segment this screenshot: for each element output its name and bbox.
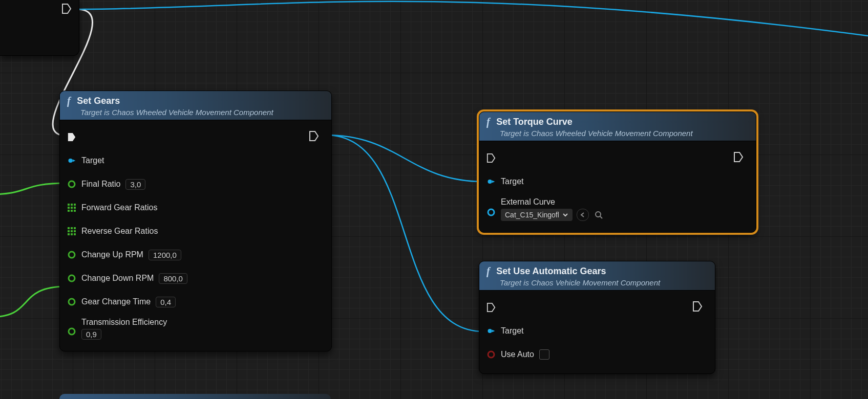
node-set-torque-curve[interactable]: f Set Torque Curve Target is Chaos Wheel… — [479, 112, 756, 233]
pin-label: Reverse Gear Ratios — [81, 227, 158, 236]
exec-in-pin[interactable] — [486, 153, 496, 163]
svg-rect-17 — [68, 233, 70, 235]
pin-target[interactable]: Target — [486, 170, 749, 193]
float-pin-icon — [67, 180, 76, 189]
object-pin-icon — [67, 156, 76, 165]
svg-rect-16 — [74, 230, 76, 232]
node-title: Set Use Automatic Gears — [496, 266, 606, 276]
svg-rect-13 — [74, 227, 76, 229]
pin-final-ratio[interactable]: Final Ratio 3,0 — [67, 172, 324, 196]
pin-target[interactable]: Target — [486, 319, 708, 343]
pin-use-auto[interactable]: Use Auto — [486, 343, 708, 366]
pin-label: Final Ratio — [81, 180, 120, 189]
exec-out-pin[interactable] — [61, 3, 72, 16]
svg-point-1 — [69, 181, 75, 187]
pin-value-input[interactable]: 1200,0 — [149, 250, 181, 260]
float-pin-icon — [67, 297, 76, 306]
svg-line-27 — [600, 216, 602, 218]
exec-in-pin[interactable] — [67, 132, 76, 142]
pin-target[interactable]: Target — [67, 149, 324, 172]
svg-point-26 — [596, 212, 601, 217]
pin-label: Gear Change Time — [81, 297, 151, 306]
svg-rect-15 — [71, 230, 73, 232]
node-subtitle: Target is Chaos Vehicle Movement Compone… — [486, 278, 708, 287]
svg-point-25 — [488, 209, 494, 215]
node-header[interactable]: f Set Torque Curve Target is Chaos Wheel… — [479, 112, 756, 141]
offscreen-node-header-fragment[interactable] — [59, 394, 331, 399]
pin-external-curve[interactable]: External Curve Cat_C15_Kingofl — [486, 193, 749, 225]
node-header[interactable]: f Set Gears Target is Chaos Wheeled Vehi… — [60, 91, 331, 120]
node-body: Target Use Auto — [479, 291, 715, 373]
svg-point-21 — [69, 275, 75, 281]
bool-checkbox[interactable] — [539, 349, 549, 360]
svg-rect-14 — [68, 230, 70, 232]
node-set-gears[interactable]: f Set Gears Target is Chaos Wheeled Vehi… — [59, 91, 332, 351]
svg-rect-11 — [68, 227, 70, 229]
search-icon — [595, 211, 603, 219]
pin-label: Use Auto — [501, 350, 534, 359]
pin-value-input[interactable]: 0,4 — [156, 297, 176, 307]
svg-rect-12 — [71, 227, 73, 229]
asset-picker-value: Cat_C15_Kingofl — [505, 211, 559, 219]
arrow-left-icon — [580, 212, 586, 218]
svg-point-28 — [488, 329, 492, 333]
exec-out-pin[interactable] — [692, 301, 703, 314]
pin-label: Target — [501, 326, 523, 336]
svg-rect-6 — [71, 207, 73, 209]
svg-rect-3 — [71, 204, 73, 206]
use-selected-asset-button[interactable] — [577, 209, 589, 221]
pin-value-input[interactable]: 0,9 — [81, 329, 101, 340]
svg-point-23 — [69, 328, 75, 335]
array-pin-icon — [67, 227, 76, 236]
node-subtitle: Target is Chaos Wheeled Vehicle Movement… — [486, 129, 749, 138]
svg-rect-18 — [71, 233, 73, 235]
array-pin-icon — [67, 203, 76, 212]
pin-label: Target — [501, 177, 523, 186]
node-body: Target Final Ratio 3,0 Forward Gear Rati… — [60, 120, 331, 351]
pin-value-input[interactable]: 3,0 — [125, 179, 145, 190]
pin-transmission-efficiency[interactable]: Transmission Efficiency 0,9 — [67, 314, 324, 344]
svg-rect-9 — [71, 210, 73, 212]
svg-rect-19 — [74, 233, 76, 235]
float-pin-icon — [67, 250, 76, 259]
svg-point-22 — [69, 299, 75, 305]
pin-label: Change Up RPM — [81, 250, 143, 259]
pin-change-down-rpm[interactable]: Change Down RPM 800,0 — [67, 267, 324, 290]
browse-to-asset-button[interactable] — [593, 209, 604, 220]
node-set-use-automatic-gears[interactable]: f Set Use Automatic Gears Target is Chao… — [479, 261, 715, 374]
node-title: Set Torque Curve — [496, 117, 573, 127]
svg-rect-2 — [68, 204, 70, 206]
pin-value-input[interactable]: 800,0 — [159, 273, 187, 284]
pin-change-up-rpm[interactable]: Change Up RPM 1200,0 — [67, 243, 324, 267]
exec-row — [67, 125, 324, 149]
svg-rect-5 — [68, 207, 70, 209]
asset-picker-dropdown[interactable]: Cat_C15_Kingofl — [501, 209, 573, 221]
function-icon: f — [67, 95, 71, 106]
svg-rect-4 — [74, 204, 76, 206]
float-pin-icon — [67, 274, 76, 283]
pin-gear-change-time[interactable]: Gear Change Time 0,4 — [67, 290, 324, 314]
offscreen-node-fragment[interactable] — [0, 0, 79, 56]
function-icon: f — [486, 116, 490, 127]
exec-out-pin[interactable] — [309, 130, 319, 144]
pin-reverse-gear-ratios[interactable]: Reverse Gear Ratios — [67, 219, 324, 243]
svg-rect-10 — [74, 210, 76, 212]
node-title: Set Gears — [77, 96, 120, 106]
exec-in-pin[interactable] — [486, 303, 496, 312]
chevron-down-icon — [562, 212, 568, 218]
exec-row — [486, 146, 749, 170]
node-header[interactable]: f Set Use Automatic Gears Target is Chao… — [479, 261, 715, 291]
object-pin-icon — [486, 177, 496, 186]
pin-label: Change Down RPM — [81, 274, 154, 283]
function-icon: f — [486, 265, 490, 277]
node-subtitle: Target is Chaos Wheeled Vehicle Movement… — [67, 108, 324, 117]
svg-point-0 — [68, 159, 72, 163]
pin-label: Forward Gear Ratios — [81, 203, 158, 212]
node-body: Target External Curve Cat_C15_Kingofl — [479, 141, 756, 232]
exec-out-pin[interactable] — [733, 151, 744, 165]
object-pin-icon — [486, 326, 496, 336]
pin-forward-gear-ratios[interactable]: Forward Gear Ratios — [67, 196, 324, 219]
pin-label: Transmission Efficiency — [81, 318, 167, 327]
float-pin-icon — [67, 327, 76, 336]
svg-point-24 — [488, 180, 492, 184]
